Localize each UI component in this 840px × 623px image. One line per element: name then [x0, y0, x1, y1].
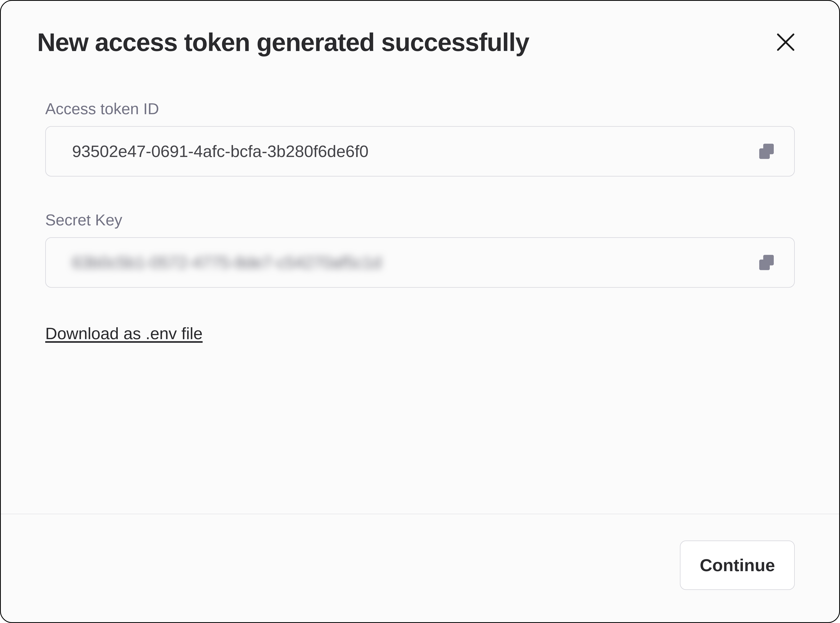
access-token-id-label: Access token ID: [45, 100, 795, 118]
continue-button[interactable]: Continue: [680, 540, 795, 590]
secret-key-field: Secret Key 63b0c5b1-0572-4775-8de7-c5427…: [45, 211, 795, 288]
close-button[interactable]: [771, 27, 801, 57]
copy-icon: [757, 142, 775, 160]
close-icon: [775, 31, 797, 53]
secret-key-value: 63b0c5b1-0572-4775-8de7-c54270af5c1d: [72, 253, 382, 272]
svg-rect-3: [759, 149, 770, 159]
access-token-modal: New access token generated successfully …: [0, 0, 840, 623]
copy-access-token-id-button[interactable]: [755, 140, 778, 163]
copy-icon: [757, 253, 775, 272]
access-token-id-field: Access token ID 93502e47-0691-4afc-bcfa-…: [45, 100, 795, 176]
copy-secret-key-button[interactable]: [755, 251, 778, 274]
svg-rect-5: [759, 260, 770, 270]
download-env-link[interactable]: Download as .env file: [45, 324, 203, 343]
secret-key-label: Secret Key: [45, 211, 795, 229]
access-token-id-value: 93502e47-0691-4afc-bcfa-3b280f6de6f0: [72, 142, 369, 161]
modal-body: Access token ID 93502e47-0691-4afc-bcfa-…: [1, 65, 839, 514]
modal-header: New access token generated successfully: [1, 1, 839, 65]
modal-title: New access token generated successfully: [37, 28, 529, 57]
secret-key-box: 63b0c5b1-0572-4775-8de7-c54270af5c1d: [45, 237, 795, 288]
access-token-id-box: 93502e47-0691-4afc-bcfa-3b280f6de6f0: [45, 126, 795, 176]
modal-footer: Continue: [1, 514, 839, 622]
